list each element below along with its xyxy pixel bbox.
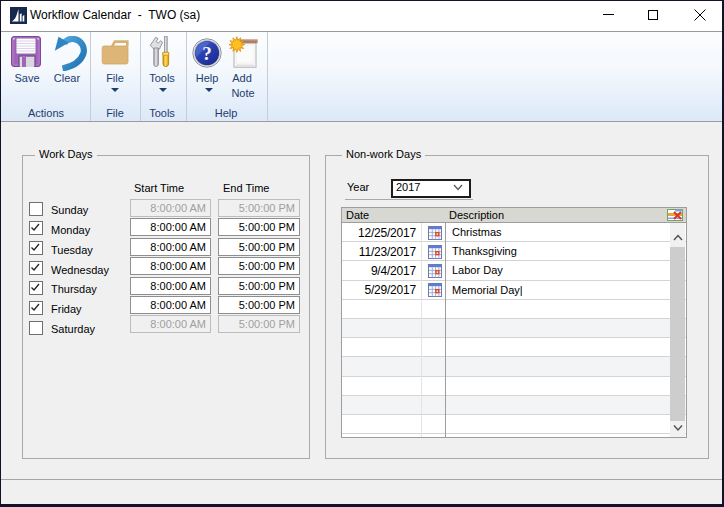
svg-text:?: ? xyxy=(202,43,212,64)
